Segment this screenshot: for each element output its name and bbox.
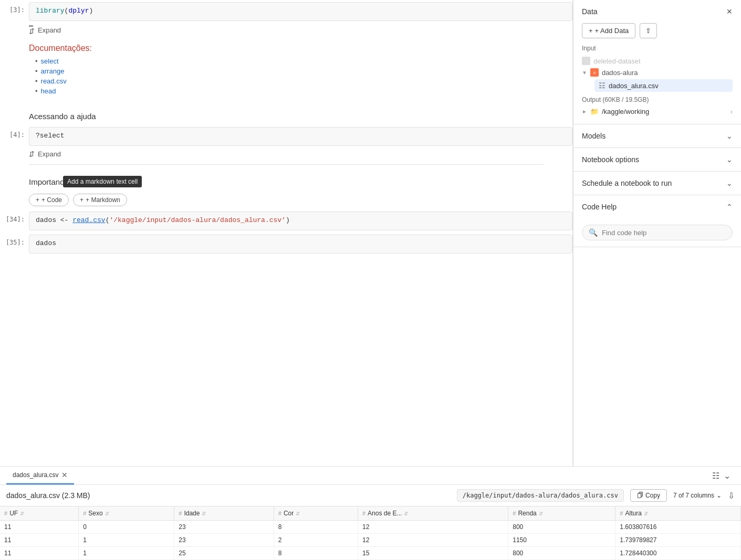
col-header-renda: # Renda ⇵ xyxy=(508,506,615,521)
table-toolbar: dados_alura.csv (2.3 MB) /kaggle/input/d… xyxy=(0,485,741,506)
cell-idade-3: 25 xyxy=(174,547,274,560)
cell-renda-2: 1150 xyxy=(508,534,615,547)
dataset-icon: d xyxy=(590,68,599,77)
code-help-search-box[interactable]: 🔍 xyxy=(582,225,733,240)
table-expand-button[interactable]: ⌄ xyxy=(724,471,730,481)
code-help-search-input[interactable] xyxy=(602,229,726,237)
data-section-header[interactable]: Data ✕ xyxy=(573,0,741,23)
cell-anos-2: 12 xyxy=(358,534,508,547)
add-markdown-button[interactable]: + + Markdown xyxy=(73,194,127,206)
sort-icon-renda[interactable]: ⇵ xyxy=(539,511,543,516)
add-code-button[interactable]: + + Code xyxy=(29,194,69,206)
sort-icon-idade[interactable]: ⇵ xyxy=(202,511,206,516)
sort-icon-anos[interactable]: ⇵ xyxy=(404,511,408,516)
schedule-section-header[interactable]: Schedule a notebook to run ⌄ xyxy=(573,172,741,195)
col-label-altura: Altura xyxy=(625,510,641,517)
doc-list-item-readcsv: read.csv xyxy=(35,77,572,85)
csv-file-container: ☷ dados_alura.csv xyxy=(582,79,733,92)
copy-button[interactable]: 🗍 Copy xyxy=(630,489,667,502)
table-row: 11 1 23 2 12 1150 1.739789827 xyxy=(0,534,741,547)
cell-uf-1: 11 xyxy=(0,521,79,534)
cell-cor-3: 8 xyxy=(274,547,358,560)
table-row: 11 1 25 8 15 800 1.728440300 xyxy=(0,547,741,560)
cell-number-4: [4]: xyxy=(0,127,29,139)
col-header-idade: # Idade ⇵ xyxy=(174,506,274,521)
cell-anos-1: 12 xyxy=(358,521,508,534)
dados-alura-label: dados-alura xyxy=(602,69,638,77)
notebook-options-header[interactable]: Notebook options ⌄ xyxy=(573,148,741,171)
add-markdown-tooltip: Add a markdown text cell xyxy=(63,176,142,187)
dados-alura-item[interactable]: ▼ d dados-alura xyxy=(582,67,733,78)
cell-content-35[interactable]: dados xyxy=(29,235,572,253)
upload-button[interactable]: ⇧ xyxy=(640,23,657,38)
models-section-header[interactable]: Models ⌄ xyxy=(573,124,741,147)
cell-content-3[interactable]: library(dplyr) xyxy=(29,2,572,21)
cell-content-34[interactable]: dados <- read.csv('/kaggle/input/dados-a… xyxy=(29,212,572,230)
col-label-anos: Anos de E... xyxy=(368,510,402,517)
close-tab-icon[interactable]: ✕ xyxy=(61,471,68,479)
sort-icon-cor[interactable]: ⇵ xyxy=(296,511,300,516)
plus-markdown-icon: + xyxy=(80,196,84,204)
table-title: dados_alura.csv (2.3 MB) xyxy=(6,491,90,500)
doc-link-head[interactable]: head xyxy=(41,87,56,95)
cell-uf-2: 11 xyxy=(0,534,79,547)
sort-icon-altura[interactable]: ⇵ xyxy=(644,511,648,516)
columns-info-label: 7 of 7 columns xyxy=(673,492,714,499)
csv-file-label: dados_alura.csv xyxy=(609,82,659,90)
columns-chevron: ⌄ xyxy=(716,492,722,499)
columns-badge[interactable]: 7 of 7 columns ⌄ xyxy=(673,492,722,499)
doc-link-readcsv[interactable]: read.csv xyxy=(41,77,67,85)
col-header-uf: # UF ⇵ xyxy=(0,506,79,521)
sort-icon-uf[interactable]: ⇵ xyxy=(20,511,24,516)
table-row: 11 0 23 8 12 800 1.603807616 xyxy=(0,521,741,534)
copy-label: Copy xyxy=(645,492,660,499)
doc-list-item-select: select xyxy=(35,57,572,65)
code-cell-4[interactable]: ?select xyxy=(29,127,572,146)
models-chevron-icon: ⌄ xyxy=(726,132,733,140)
data-tab-csv[interactable]: dados_alura.csv ✕ xyxy=(6,467,74,484)
cell-uf-3: 11 xyxy=(0,547,79,560)
hash-icon-altura: # xyxy=(620,510,623,516)
code-help-header[interactable]: Code Help ⌃ xyxy=(573,195,741,218)
data-table: # UF ⇵ # Sexo ⇵ # xyxy=(0,506,741,560)
col-label-renda: Renda xyxy=(518,510,536,517)
sort-icon-sexo[interactable]: ⇵ xyxy=(105,511,109,516)
cell-34: [34]: dados <- read.csv('/kaggle/input/d… xyxy=(0,209,572,233)
deleted-dataset-icon xyxy=(582,57,590,65)
notebook-options-title: Notebook options xyxy=(582,155,639,164)
cell-3: [3]: library(dplyr) xyxy=(0,0,572,23)
cell-35: [35]: dados xyxy=(0,233,572,256)
cell-altura-2: 1.739789827 xyxy=(615,534,741,547)
data-actions: + + Add Data ⇧ xyxy=(582,23,733,38)
folder-icon: 📁 xyxy=(590,108,599,115)
add-markdown-label: + Markdown xyxy=(86,196,120,204)
code-cell-3[interactable]: library(dplyr) xyxy=(29,2,572,21)
data-section-body: + + Add Data ⇧ Input deleted-dataset ▼ xyxy=(573,23,741,124)
code-help-chevron: ⌃ xyxy=(726,203,733,211)
doc-link-select[interactable]: select xyxy=(41,57,59,65)
data-tree: deleted-dataset ▼ d dados-alura ☷ dados_… xyxy=(582,55,733,92)
deleted-dataset-label: deleted-dataset xyxy=(593,57,641,65)
download-button[interactable]: ⇩ xyxy=(728,491,735,501)
add-code-label: + Code xyxy=(41,196,62,204)
expand-row-1[interactable]: ⇵ Expand xyxy=(0,23,572,37)
table-view-button[interactable]: ☷ xyxy=(712,471,719,481)
code-cell-34[interactable]: dados <- read.csv('/kaggle/input/dados-a… xyxy=(29,212,572,230)
code-cell-35[interactable]: dados xyxy=(29,235,572,253)
cell-4: [4]: ?select xyxy=(0,125,572,148)
add-data-button[interactable]: + + Add Data xyxy=(582,23,635,38)
col-label-idade: Idade xyxy=(184,510,200,517)
doc-link-arrange[interactable]: arrange xyxy=(41,67,65,75)
col-label-uf: UF xyxy=(9,510,18,517)
search-icon: 🔍 xyxy=(589,228,598,237)
cell-content-4[interactable]: ?select xyxy=(29,127,572,146)
table-body: 11 0 23 8 12 800 1.603807616 11 1 23 2 1… xyxy=(0,521,741,560)
models-title: Models xyxy=(582,132,606,140)
cell-number-34: [34]: xyxy=(0,212,29,223)
add-data-plus-icon: + xyxy=(589,27,593,35)
csv-file-item[interactable]: ☷ dados_alura.csv xyxy=(594,79,733,92)
data-section-close-icon: ✕ xyxy=(726,7,733,16)
schedule-title: Schedule a notebook to run xyxy=(582,179,672,187)
working-dir-item[interactable]: ► 📁 /kaggle/working ‹ xyxy=(582,105,733,118)
expand-row-2[interactable]: ⇵ Expand xyxy=(0,148,572,160)
